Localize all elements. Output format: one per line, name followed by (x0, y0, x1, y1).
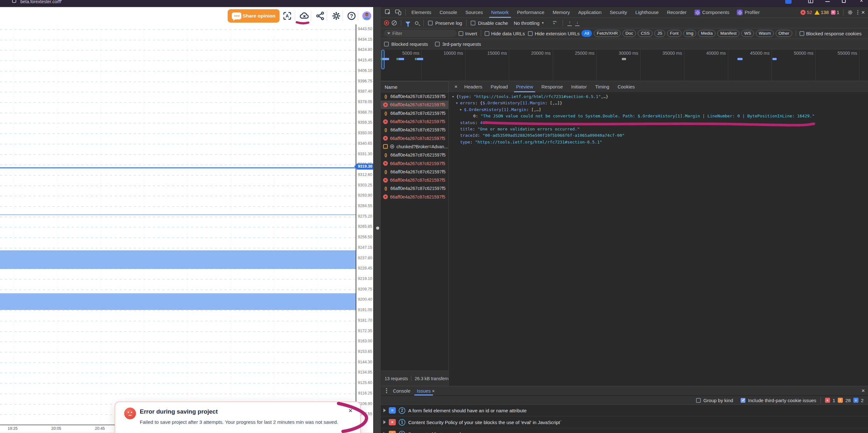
splitter-handle[interactable] (376, 227, 379, 230)
expand-arrow-icon[interactable] (383, 420, 386, 424)
filter-pill-img[interactable]: Img (683, 30, 696, 37)
console-errors-badge[interactable]: ×52 (801, 9, 812, 15)
devtools-tab-performance[interactable]: Performance (513, 7, 549, 18)
json-line[interactable]: status: 400 (448, 120, 868, 126)
devtools-tab-application[interactable]: Application (574, 7, 606, 18)
devtools-tab-sources[interactable]: Sources (461, 7, 487, 18)
json-line[interactable]: ▼{type: "https://tools.ietf.org/html/rfc… (448, 94, 868, 100)
request-row[interactable]: {}66aff0e4a267c87c621597f5 (381, 126, 448, 134)
devtools-splitter[interactable] (373, 7, 381, 433)
expand-arrow-icon[interactable] (383, 408, 386, 412)
filter-toggle-icon[interactable] (405, 22, 410, 25)
details-tab-timing[interactable]: Timing (591, 81, 613, 92)
toast-close-button[interactable]: × (348, 407, 352, 415)
clear-network-log-button[interactable] (392, 20, 397, 26)
browser-tab-title[interactable]: beta.forextester.com (20, 0, 61, 4)
inspect-element-icon[interactable] (383, 7, 394, 18)
network-overview-timeline[interactable]: 5000 ms10000 ms15000 ms20000 ms25000 ms3… (381, 49, 868, 81)
record-network-log-button[interactable] (384, 20, 389, 26)
json-line[interactable]: type: "https://tools.ietf.org/html/rfc72… (448, 139, 868, 145)
disable-cache-checkbox[interactable] (471, 21, 475, 26)
devtools-tab-lighthouse[interactable]: Lighthouse (631, 7, 662, 18)
user-avatar[interactable] (361, 10, 373, 22)
devtools-tab-components[interactable]: Components (691, 9, 733, 15)
request-row[interactable]: ×66aff0e4a267c87c621597f5 (381, 101, 448, 109)
devtools-tab-memory[interactable]: Memory (549, 7, 574, 18)
sidebar-toggle-icon[interactable] (808, 0, 813, 3)
hide-extension-urls-checkbox[interactable] (528, 31, 533, 36)
screenshot-frame-button[interactable]: A (281, 10, 293, 22)
network-search-icon[interactable] (415, 21, 418, 25)
group-by-kind-checkbox[interactable] (696, 398, 701, 403)
extension-shield-icon[interactable] (785, 0, 792, 4)
details-tab-initiator[interactable]: Initiator (567, 81, 591, 92)
window-maximize-button[interactable] (842, 0, 846, 3)
network-filter-input[interactable]: Filter (384, 30, 457, 37)
details-tab-cookies[interactable]: Cookies (613, 81, 639, 92)
request-row[interactable]: {}66aff0e4a267c87c621597f5 (381, 168, 448, 176)
drawer-close-button[interactable]: × (861, 386, 865, 396)
help-button[interactable]: ? (346, 10, 357, 22)
request-row[interactable]: ×66aff0e4a267c87c621597f5 (381, 193, 448, 201)
details-tab-headers[interactable]: Headers (460, 81, 487, 92)
name-column-header[interactable]: Name (385, 81, 397, 93)
devtools-menu-icon[interactable]: ⋮ (855, 9, 859, 15)
devtools-tab-profiler[interactable]: Profiler (733, 9, 764, 15)
hide-data-urls-checkbox[interactable] (485, 31, 489, 36)
network-conditions-icon[interactable] (551, 21, 557, 25)
blocked-response-cookies-checkbox[interactable] (800, 31, 804, 36)
filter-pill-font[interactable]: Font (667, 30, 681, 37)
trading-chart[interactable]: 19:2520:0520:45 (0, 25, 356, 433)
request-row[interactable]: ×66aff0e4a267c87c621597f5 (381, 118, 448, 126)
share-opinion-button[interactable]: Share opinion (228, 9, 280, 23)
filter-pill-media[interactable]: Media (698, 30, 715, 37)
expand-arrow-icon[interactable]: ▼ (456, 100, 460, 106)
request-row[interactable]: ×66aff0e4a267c87c621597f5 (381, 134, 448, 142)
devtools-tab-elements[interactable]: Elements (407, 7, 436, 18)
request-row[interactable]: {}66aff0e4a267c87c621597f5 (381, 109, 448, 118)
drawer-tab-console[interactable]: Console (390, 386, 414, 396)
json-line[interactable]: ▼$.OrdersHistory[1].Margin: [,…] (448, 107, 868, 113)
cloud-sync-error-button[interactable] (299, 10, 310, 22)
settings-gear-button[interactable] (331, 10, 342, 22)
request-row[interactable]: ×66aff0e4a267c87c621597f5 (381, 159, 448, 167)
import-har-icon[interactable]: ↑ (567, 20, 572, 26)
request-row[interactable]: ×66aff0e4a267c87c621597f5 (381, 176, 448, 184)
export-har-icon[interactable]: ↓ (575, 20, 580, 26)
third-party-requests-checkbox[interactable] (435, 42, 440, 46)
issue-row[interactable]: ≡2A form field element should have an id… (381, 405, 868, 417)
console-warnings-badge[interactable]: 138 (814, 9, 829, 15)
window-minimize-button[interactable] (825, 1, 830, 2)
price-axis[interactable]: 9443.509434.159424.809415.459406.109396.… (356, 25, 373, 425)
devtools-settings-icon[interactable] (847, 9, 853, 15)
devtools-tab-recorder[interactable]: Recorder (663, 7, 691, 18)
request-row[interactable]: {}66aff0e4a267c87c621597f5 (381, 151, 448, 159)
drawer-menu-icon[interactable] (386, 390, 387, 391)
details-tab-preview[interactable]: Preview (512, 81, 537, 92)
filter-pill-doc[interactable]: Doc (622, 30, 636, 37)
request-row[interactable]: {}66aff0e4a267c87c621597f5 (381, 184, 448, 193)
json-line[interactable]: title: "One or more validation errors oc… (448, 126, 868, 132)
drawer-tab-issues[interactable]: Issues (414, 386, 434, 396)
json-line[interactable]: 0: "The JSON value could not be converte… (448, 113, 868, 119)
devtools-tab-security[interactable]: Security (606, 7, 631, 18)
filter-pill-js[interactable]: JS (654, 30, 665, 37)
filter-pill-fetchxhr[interactable]: Fetch/XHR (594, 30, 621, 37)
expand-arrow-icon[interactable]: ▼ (452, 94, 456, 100)
window-close-button[interactable]: × (860, 0, 863, 4)
details-tab-payload[interactable]: Payload (487, 81, 512, 92)
devtools-tab-network[interactable]: Network (487, 7, 513, 18)
devtools-tab-console[interactable]: Console (436, 7, 461, 18)
json-line[interactable]: traceId: "00-ad53509ad5288205e500f10f5b9… (448, 132, 868, 139)
filter-pill-css[interactable]: CSS (638, 30, 652, 37)
share-button[interactable] (315, 10, 326, 22)
blocked-requests-checkbox[interactable] (384, 42, 389, 46)
filter-pill-ws[interactable]: WS (741, 30, 754, 37)
issue-row[interactable]: ×1Content Security Policy of your site b… (381, 417, 868, 428)
issue-row[interactable]: !1Deprecated feature used (381, 428, 868, 433)
expand-arrow-icon[interactable]: ▼ (460, 107, 464, 113)
extension-messages-badge[interactable]: ×1 (831, 9, 839, 15)
details-tab-response[interactable]: Response (537, 81, 567, 92)
throttling-dropdown[interactable]: No throttling▼ (514, 20, 544, 26)
preserve-log-checkbox[interactable] (428, 21, 433, 26)
